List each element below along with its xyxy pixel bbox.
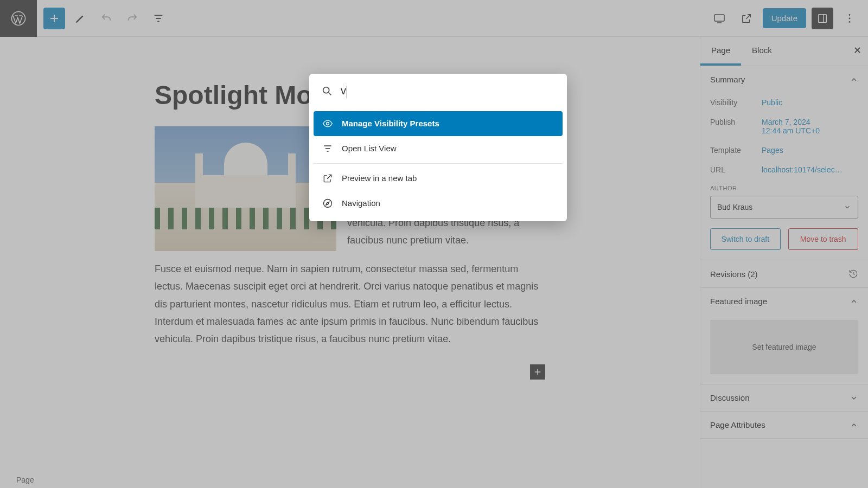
command-palette-search: v [309, 74, 567, 109]
command-open-list-view[interactable]: Open List View [314, 136, 563, 161]
command-palette-input[interactable]: v [341, 85, 555, 98]
svg-point-8 [324, 199, 332, 207]
command-palette-results: Manage Visibility Presets Open List View… [309, 109, 567, 221]
command-label: Open List View [342, 144, 397, 153]
modal-overlay[interactable] [0, 0, 868, 488]
command-navigation[interactable]: Navigation [314, 191, 563, 216]
search-icon [321, 85, 333, 97]
palette-divider [314, 163, 563, 164]
external-link-icon [322, 173, 333, 184]
command-label: Preview in a new tab [342, 174, 417, 183]
compass-icon [322, 198, 333, 209]
svg-point-6 [323, 87, 329, 93]
command-manage-visibility-presets[interactable]: Manage Visibility Presets [314, 111, 563, 136]
command-label: Manage Visibility Presets [342, 119, 439, 128]
command-preview-new-tab[interactable]: Preview in a new tab [314, 166, 563, 191]
list-view-icon [322, 143, 333, 154]
svg-point-7 [327, 122, 329, 125]
command-palette: v Manage Visibility Presets Open List Vi… [309, 74, 567, 221]
eye-icon [322, 118, 333, 129]
command-label: Navigation [342, 198, 380, 208]
